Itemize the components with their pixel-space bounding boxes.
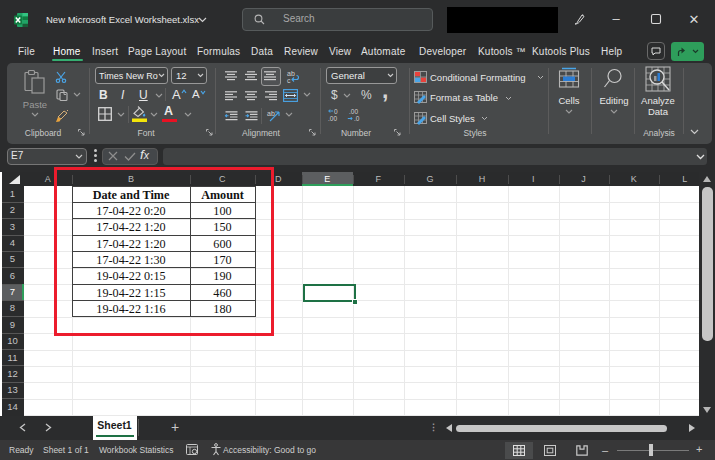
svg-text:.0: .0 xyxy=(354,115,360,122)
svg-text:c: c xyxy=(287,77,291,84)
svg-text:0: 0 xyxy=(334,108,338,115)
svg-text:.00: .00 xyxy=(328,115,337,122)
svg-text:ab: ab xyxy=(267,110,275,117)
svg-text:.00: .00 xyxy=(349,108,358,115)
